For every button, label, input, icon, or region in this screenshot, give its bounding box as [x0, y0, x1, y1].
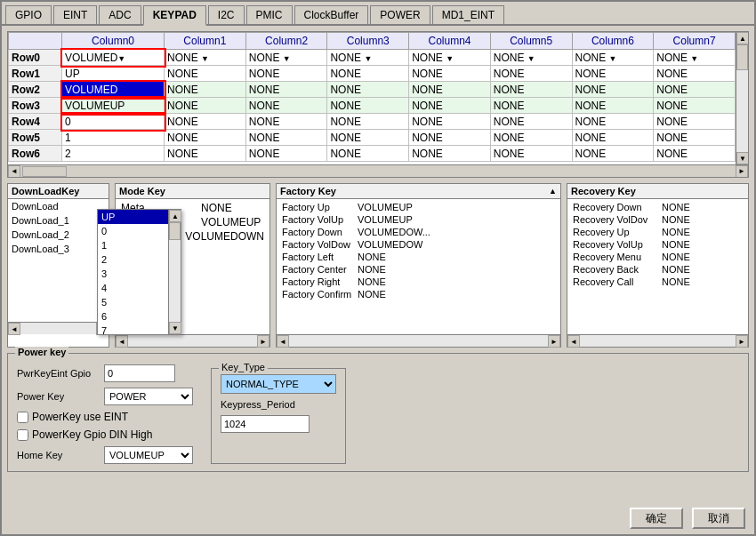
download-item-3[interactable]: DownLoad_3	[8, 242, 109, 256]
grid-cell[interactable]: NONE	[572, 114, 654, 130]
grid-cell[interactable]: NONE ▼	[409, 50, 491, 66]
dropdown-item[interactable]: 0	[98, 224, 168, 238]
grid-cell[interactable]: NONE	[490, 82, 572, 98]
grid-cell[interactable]: NONE ▼	[327, 50, 409, 66]
grid-cell[interactable]: NONE	[245, 66, 327, 82]
grid-cell[interactable]: NONE	[245, 98, 327, 114]
download-item-download[interactable]: DownLoad	[8, 199, 109, 213]
grid-cell[interactable]: NONE	[165, 146, 246, 162]
factory-scroll-up-btn[interactable]: ▲	[549, 187, 557, 196]
factory-scroll-left[interactable]: ◄	[277, 335, 289, 348]
grid-cell[interactable]: NONE	[165, 66, 246, 82]
confirm-button[interactable]: 确定	[630, 508, 683, 529]
recovery-scroll-left[interactable]: ◄	[567, 335, 580, 348]
grid-cell[interactable]: 1	[62, 130, 165, 146]
grid-cell[interactable]: NONE	[409, 114, 491, 130]
grid-cell[interactable]: NONE ▼	[654, 50, 736, 66]
dropdown-item[interactable]: 5	[98, 295, 168, 309]
tab-eint[interactable]: EINT	[53, 5, 97, 24]
powerkey-gpio-checkbox[interactable]	[17, 429, 28, 441]
dropdown-item[interactable]: 2	[98, 252, 168, 267]
grid-cell[interactable]: NONE	[490, 98, 572, 114]
dropdown-scroll-up[interactable]: ▲	[169, 210, 181, 222]
grid-cell[interactable]: NONE	[409, 98, 491, 114]
tab-power[interactable]: POWER	[370, 5, 430, 24]
grid-cell[interactable]: NONE	[409, 130, 491, 146]
grid-cell[interactable]: NONE	[654, 82, 736, 98]
grid-cell[interactable]: NONE	[654, 66, 736, 82]
grid-cell[interactable]: NONE	[245, 130, 327, 146]
grid-cell[interactable]: NONE	[245, 114, 327, 130]
factory-hscroll[interactable]: ◄ ►	[277, 334, 560, 347]
dropdown-item[interactable]: 3	[98, 267, 168, 281]
grid-cell[interactable]: 0	[62, 114, 165, 130]
grid-cell[interactable]: NONE	[245, 146, 327, 162]
grid-cell[interactable]: VOLUMED▼	[62, 50, 165, 66]
mode-hscroll[interactable]: ◄ ►	[116, 334, 269, 347]
scroll-down-arrow[interactable]: ▼	[736, 152, 749, 164]
grid-cell[interactable]: NONE	[409, 66, 491, 82]
dropdown-item[interactable]: 7	[98, 324, 168, 334]
grid-cell[interactable]: NONE	[409, 82, 491, 98]
grid-cell[interactable]: NONE ▼	[490, 50, 572, 66]
grid-cell[interactable]: NONE	[327, 66, 409, 82]
powerkey-eint-checkbox[interactable]	[17, 412, 28, 423]
grid-cell[interactable]: NONE	[572, 66, 654, 82]
grid-cell[interactable]: UP	[62, 66, 165, 82]
grid-cell[interactable]: NONE	[165, 98, 246, 114]
factory-scroll-right[interactable]: ►	[548, 335, 560, 348]
dropdown-item[interactable]: UP	[98, 210, 168, 224]
mode-scroll-right[interactable]: ►	[257, 335, 269, 348]
grid-cell[interactable]: NONE	[327, 114, 409, 130]
grid-cell[interactable]: NONE	[327, 98, 409, 114]
grid-cell[interactable]: NONE	[572, 146, 654, 162]
scroll-right-arrow[interactable]: ►	[736, 165, 748, 178]
tab-keypad[interactable]: KEYPAD	[143, 5, 206, 26]
download-hscroll[interactable]: ◄ ►	[8, 322, 109, 334]
download-item-1[interactable]: DownLoad_1	[8, 213, 109, 228]
grid-cell[interactable]: NONE	[490, 146, 572, 162]
grid-cell[interactable]: NONE	[572, 130, 654, 146]
keypress-period-input[interactable]	[221, 415, 310, 433]
download-item-2[interactable]: DownLoad_2	[8, 228, 109, 242]
grid-cell[interactable]: NONE	[572, 82, 654, 98]
tab-i2c[interactable]: I2C	[208, 5, 245, 24]
tab-clockbuffer[interactable]: ClockBuffer	[294, 5, 369, 24]
grid-cell[interactable]: VOLUMEUP	[62, 98, 165, 114]
power-key-select[interactable]: POWER VOLUMEUP VOLUMEDOWN	[104, 388, 193, 405]
grid-cell[interactable]: NONE ▼	[245, 50, 327, 66]
tab-adc[interactable]: ADC	[99, 5, 141, 24]
scroll-left-arrow[interactable]: ◄	[8, 165, 20, 178]
grid-cell[interactable]: NONE	[654, 146, 736, 162]
pwr-key-eint-input[interactable]	[104, 364, 175, 382]
grid-cell[interactable]: NONE	[409, 146, 491, 162]
grid-cell[interactable]: NONE	[490, 114, 572, 130]
grid-cell[interactable]: NONE	[327, 146, 409, 162]
dropdown-item[interactable]: 4	[98, 281, 168, 295]
grid-cell[interactable]: NONE	[654, 114, 736, 130]
grid-cell[interactable]: NONE	[490, 130, 572, 146]
tab-md1eint[interactable]: MD1_EINT	[432, 5, 504, 24]
home-key-select[interactable]: VOLUMEUP VOLUMEDOWN NONE	[104, 446, 193, 464]
recovery-hscroll[interactable]: ◄ ►	[567, 334, 748, 347]
horizontal-scrollbar[interactable]: ◄ ►	[8, 164, 748, 177]
grid-cell[interactable]: NONE	[165, 130, 246, 146]
dropdown-thumb[interactable]	[169, 222, 181, 240]
mode-scroll-left[interactable]: ◄	[116, 335, 128, 348]
tab-pmic[interactable]: PMIC	[246, 5, 293, 24]
scroll-thumb[interactable]	[736, 44, 748, 70]
grid-cell[interactable]: VOLUMED	[62, 82, 165, 98]
grid-cell[interactable]: NONE	[327, 130, 409, 146]
grid-cell[interactable]: NONE	[165, 82, 246, 98]
grid-cell[interactable]: NONE	[572, 98, 654, 114]
grid-cell[interactable]: NONE ▼	[572, 50, 654, 66]
cancel-button[interactable]: 取消	[692, 508, 745, 529]
hscroll-thumb[interactable]	[22, 166, 67, 177]
dropdown-item[interactable]: 6	[98, 309, 168, 324]
dropdown-scrollbar[interactable]: ▲ ▼	[168, 210, 181, 334]
dl-scroll-left[interactable]: ◄	[8, 323, 20, 335]
grid-cell[interactable]: NONE	[654, 130, 736, 146]
key-type-select[interactable]: NORMAL_TYPE HW_TYPE	[221, 374, 336, 394]
dropdown-scroll-down[interactable]: ▼	[169, 322, 181, 334]
tab-gpio[interactable]: GPIO	[5, 5, 52, 24]
